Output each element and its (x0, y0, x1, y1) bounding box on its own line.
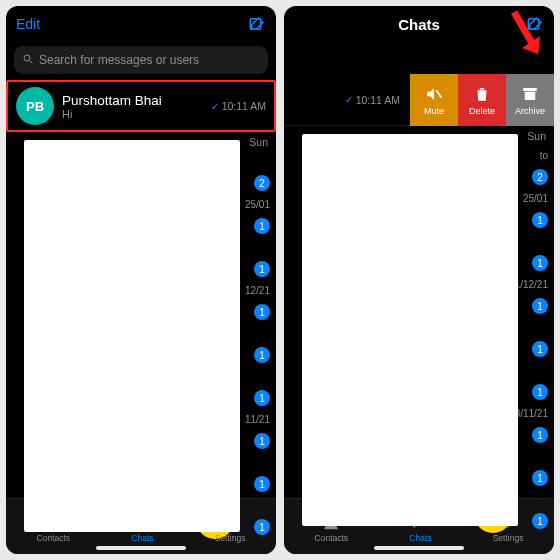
swipe-actions: Mute Delete Archive (410, 74, 554, 126)
row-date: to (540, 150, 548, 161)
annotation-arrow (506, 10, 550, 70)
chat-list: PB Purshottam Bhai Hi ✓10:11 AM Sun 225/… (6, 80, 276, 498)
unread-badge: 1 (532, 384, 548, 400)
navbar: Edit (6, 6, 276, 42)
delete-button[interactable]: Delete (458, 74, 506, 126)
unread-badge: 1 (254, 519, 270, 535)
chat-time: ✓10:11 AM (211, 100, 266, 112)
unread-badge: 1 (254, 433, 270, 449)
chat-name: Purshottam Bhai (62, 93, 203, 108)
svg-point-1 (24, 55, 30, 61)
unread-badge: 1 (532, 212, 548, 228)
unread-badge: 1 (254, 261, 270, 277)
svg-line-2 (30, 60, 33, 63)
unread-badge: 1 (254, 476, 270, 492)
phone-left: Edit Search for messages or users PB Pur… (6, 6, 276, 554)
svg-line-6 (436, 90, 441, 98)
search-bar[interactable]: Search for messages or users (14, 46, 268, 74)
unread-badge: 1 (532, 513, 548, 529)
home-indicator (96, 546, 186, 550)
nav-title: Chats (398, 16, 440, 33)
unread-badge: 1 (532, 427, 548, 443)
chat-preview: Hi (62, 108, 203, 120)
redaction-block (24, 140, 240, 532)
unread-badge: 2 (254, 175, 270, 191)
unread-badge: 1 (532, 255, 548, 271)
mute-button[interactable]: Mute (410, 74, 458, 126)
row-date: 25/01 (245, 199, 270, 210)
edit-button[interactable]: Edit (16, 16, 40, 32)
chat-list: ✓10:11 AM Mute Delete Archive Sun to225/… (284, 74, 554, 498)
archive-button[interactable]: Archive (506, 74, 554, 126)
read-check-icon: ✓ (211, 101, 219, 112)
unread-badge: 1 (532, 341, 548, 357)
svg-rect-7 (523, 88, 537, 91)
avatar: PB (16, 87, 54, 125)
row-date: 11/21 (245, 414, 270, 425)
compose-icon[interactable] (248, 15, 266, 33)
unread-badge: 1 (254, 390, 270, 406)
unread-badge: 2 (532, 169, 548, 185)
unread-badge: 1 (532, 470, 548, 486)
chat-time: ✓10:11 AM (345, 94, 400, 106)
chat-row-highlighted[interactable]: PB Purshottam Bhai Hi ✓10:11 AM (6, 80, 276, 132)
unread-badge: 1 (254, 304, 270, 320)
row-date: 3/11/21 (515, 408, 548, 419)
search-placeholder: Search for messages or users (39, 53, 199, 67)
read-check-icon: ✓ (345, 94, 353, 105)
unread-badge: 1 (532, 298, 548, 314)
row-date: 1/12/21 (515, 279, 548, 290)
svg-rect-8 (528, 94, 533, 96)
home-indicator (374, 546, 464, 550)
day-label: Sun (249, 136, 268, 148)
day-label: Sun (527, 130, 546, 142)
unread-badge: 1 (254, 218, 270, 234)
row-date: 12/21 (245, 285, 270, 296)
redaction-block (302, 134, 518, 526)
chat-row-swiped[interactable]: ✓10:11 AM Mute Delete Archive (284, 74, 554, 126)
phone-right: Chats ✓10:11 AM Mute Delete Archive (284, 6, 554, 554)
search-icon (22, 53, 34, 68)
unread-badge: 1 (254, 347, 270, 363)
row-date: 25/01 (523, 193, 548, 204)
